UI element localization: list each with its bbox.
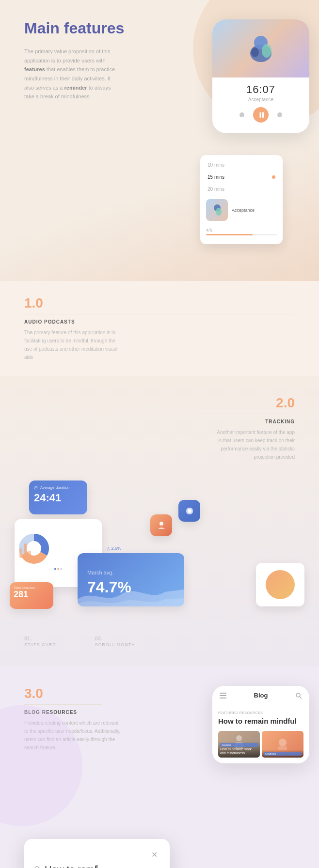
phone-time: 16:07	[220, 83, 302, 96]
label-1-num: 01.	[24, 636, 56, 641]
feature-2-description: Another important feature of the app is …	[212, 428, 295, 461]
blog-phone-body: Featured resources How to remain mindful	[212, 705, 309, 763]
stats-card-duration: Average duration 24:41	[29, 480, 87, 514]
search-popup-header: ✕	[34, 849, 160, 860]
phone-mockup: 16:07 Acceptance 10 mins 15 mins	[198, 19, 309, 133]
wave-svg	[78, 580, 184, 606]
acceptance-mini-card: Acceptance	[200, 195, 283, 225]
featured-title: How to remain mindful	[218, 716, 303, 726]
journal-tag: Journal	[220, 743, 258, 747]
rewind-icon[interactable]	[239, 112, 244, 117]
search-icon	[295, 692, 302, 699]
phone-header-image	[212, 19, 309, 78]
orange-circle-card	[256, 563, 304, 606]
svg-marker-6	[278, 113, 281, 117]
duration-option-20[interactable]: 20 mins	[200, 183, 283, 195]
feature-1-description: The primary feature of this application …	[24, 328, 121, 361]
search-magnify-icon	[34, 866, 41, 868]
svg-rect-5	[240, 113, 241, 117]
dashboard-mockup: Average duration 24:41 ■ ■ ■ March avg. …	[0, 466, 319, 631]
featured-label: Featured resources	[218, 711, 303, 714]
tracking-section: 2.0 TRACKING Another important feature o…	[0, 376, 319, 666]
feature-2-title: TRACKING	[0, 419, 295, 424]
orange-circle-icon	[266, 570, 295, 599]
wave-chart-card: March avg. 74.7%	[78, 553, 184, 606]
phone-frame: 16:07 Acceptance	[212, 19, 309, 133]
blog-card-journal: Journal How to balance work and mindfuln…	[218, 731, 260, 758]
bar-3	[28, 551, 31, 558]
play-pause-button[interactable]	[253, 107, 269, 123]
courses-card-overlay: Courses	[262, 750, 303, 758]
svg-line-20	[300, 697, 302, 698]
duration-option-15[interactable]: 15 mins	[200, 171, 283, 183]
feature-2-divider	[198, 414, 295, 414]
hamburger-icon	[220, 693, 226, 698]
svg-point-8	[216, 208, 222, 216]
acceptance-thumbnail	[206, 199, 228, 221]
progress-bar	[206, 234, 277, 235]
label-stats-card: 01. STATS CARD	[24, 636, 56, 647]
phone-track-label: Acceptance	[220, 97, 302, 102]
journal-card-text: How to balance work and mindfulness	[220, 747, 258, 756]
active-dot-icon	[272, 175, 275, 179]
blog-phone-title: Blog	[254, 692, 268, 699]
svg-rect-16	[220, 693, 226, 694]
search-popup: ✕ How to rem| 1 search results	[24, 839, 170, 868]
delta-indicator: △ 2.5%	[107, 546, 121, 551]
bar-2	[24, 543, 27, 558]
svg-point-25	[279, 739, 287, 746]
label-2-num: 02.	[95, 636, 135, 641]
svg-point-21	[236, 735, 242, 741]
main-description: The primary value proposition of this ap…	[24, 47, 121, 101]
close-button[interactable]: ✕	[148, 849, 160, 860]
icon-card-meditation	[150, 514, 172, 536]
blog-phone-mockup: Blog Featured resources How to remain mi…	[212, 686, 309, 763]
acceptance-label: Acceptance	[232, 208, 255, 213]
courses-figure	[275, 737, 290, 751]
sessions-value: 281	[14, 589, 49, 600]
feature-2-number: 2.0	[0, 395, 295, 411]
blog-phone-header: Blog	[212, 686, 309, 705]
search-query-text[interactable]: How to rem|	[45, 864, 97, 868]
sessions-card: Total sessions 281	[10, 582, 53, 609]
phone-illustration	[241, 29, 280, 68]
svg-point-2	[262, 44, 271, 58]
feature-3-description: Provides reading content which are relev…	[24, 719, 121, 752]
meditation-icon	[156, 520, 167, 531]
label-2-text: SCROLL MONTH	[95, 642, 135, 647]
progress-text: 4/6	[206, 228, 277, 232]
icon-card-leaf	[178, 500, 200, 522]
label-scroll-month: 02. SCROLL MONTH	[95, 636, 135, 647]
journal-card-overlay: Journal How to balance work and mindfuln…	[218, 741, 260, 758]
feature-1-title: AUDIO PODCASTS	[24, 319, 295, 325]
feature-1-number: 1.0	[24, 295, 295, 311]
courses-tag: Courses	[264, 752, 302, 756]
svg-point-19	[296, 693, 300, 697]
feature-1-divider	[24, 314, 295, 314]
text-cursor	[96, 865, 97, 868]
duration-dropdown: 10 mins 15 mins 20 mins Acceptance	[200, 155, 283, 244]
blog-card-courses: Courses	[262, 731, 303, 758]
duration-option-10[interactable]: 10 mins	[200, 159, 283, 171]
dashboard-labels-row: 01. STATS CARD 02. SCROLL MONTH	[0, 631, 319, 652]
svg-point-15	[188, 509, 191, 513]
label-1-text: STATS CARD	[24, 642, 56, 647]
blog-section: 3.0 BLOG RESOURCES Provides reading cont…	[0, 666, 319, 868]
svg-rect-18	[220, 698, 226, 698]
svg-marker-4	[242, 113, 244, 117]
duration-card-value: 24:41	[34, 492, 82, 504]
bar-1	[19, 548, 22, 558]
progress-bar-area: 4/6	[200, 225, 283, 240]
search-input-row: How to rem|	[34, 864, 160, 868]
svg-point-14	[160, 522, 163, 526]
leaf-icon	[184, 506, 195, 516]
progress-fill	[206, 234, 253, 235]
phone-controls	[220, 107, 302, 123]
sessions-label: Total sessions	[14, 586, 49, 589]
phone-body: 16:07 Acceptance	[212, 78, 309, 133]
duration-card-label: Average duration	[34, 485, 82, 490]
feature-1-section: 1.0 AUDIO PODCASTS The primary feature o…	[0, 281, 319, 376]
main-features-section: Main features The primary value proposit…	[0, 0, 319, 281]
volume-icon[interactable]	[277, 112, 282, 117]
svg-rect-17	[220, 695, 226, 696]
